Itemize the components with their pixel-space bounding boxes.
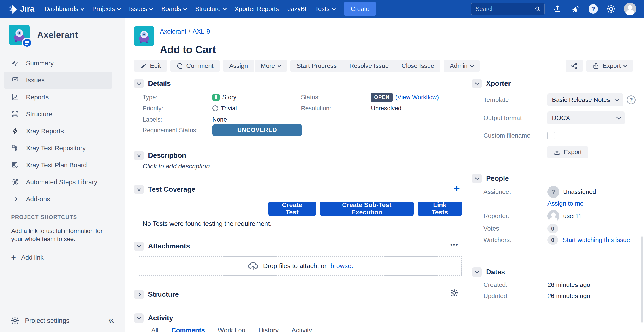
plus-icon: + — [11, 254, 16, 262]
collapse-section-icon[interactable] — [472, 268, 482, 277]
create-test-button[interactable]: Create Test — [268, 202, 316, 216]
template-select[interactable]: Basic Release Notes — [548, 93, 623, 106]
structure-section-header[interactable]: Structure — [134, 290, 179, 299]
nav-item-tests[interactable]: Tests — [311, 3, 340, 15]
type-field-label: Type: — [143, 92, 158, 103]
search-input[interactable] — [475, 5, 534, 13]
watchers-badge[interactable]: 0 — [548, 235, 558, 245]
custom-filename-checkbox[interactable] — [548, 132, 555, 139]
nav-item-projects[interactable]: Projects — [88, 3, 125, 15]
project-settings-link[interactable]: Project settings — [25, 317, 69, 325]
nav-item-label: Xporter Reports — [234, 5, 279, 12]
jira-logo[interactable]: Jira — [8, 4, 34, 14]
sidebar-item-summary[interactable]: Summary — [0, 55, 112, 72]
start-watching-link[interactable]: Start watching this issue — [562, 236, 630, 244]
structure-icon — [11, 110, 19, 118]
attachments-more-icon[interactable]: ••• — [450, 241, 458, 248]
nav-item-dashboards[interactable]: Dashboards — [40, 3, 88, 15]
xporter-export-row: Export — [548, 146, 588, 158]
tab-all[interactable]: All — [151, 327, 158, 332]
collapse-section-icon[interactable] — [134, 242, 144, 251]
page-scrollbar[interactable] — [641, 236, 643, 323]
view-workflow-link[interactable]: (View Workflow) — [395, 94, 439, 101]
download-icon — [554, 149, 560, 156]
description-placeholder[interactable]: Click to add description — [143, 163, 210, 170]
section-title: Structure — [148, 291, 179, 299]
collapse-sidebar-icon[interactable]: « — [108, 315, 114, 325]
sidebar-item-structure[interactable]: Structure — [0, 106, 112, 123]
create-sub-test-execution-button[interactable]: Create Sub-Test Execution — [320, 202, 414, 216]
link-tests-button[interactable]: Link Tests — [418, 202, 462, 216]
nav-item-issues[interactable]: Issues — [125, 3, 157, 15]
updated-row: Updated: 26 minutes ago — [484, 293, 636, 300]
nav-item-structure[interactable]: Structure — [191, 3, 230, 15]
template-help-icon[interactable]: ? — [627, 95, 636, 104]
cloud-upload-icon — [247, 260, 259, 272]
collapse-section-icon[interactable] — [134, 79, 144, 88]
tab-history[interactable]: History — [258, 327, 278, 332]
sidebar-item-xray-test-plan-board[interactable]: Xray Test Plan Board — [0, 157, 112, 174]
xporter-section-header[interactable]: Xporter — [472, 79, 511, 88]
collapse-section-icon[interactable] — [134, 314, 144, 323]
create-button[interactable]: Create — [344, 2, 376, 16]
top-nav: Jira Dashboards Projects Issues Boards S… — [0, 0, 644, 18]
nav-item-boards[interactable]: Boards — [157, 3, 191, 15]
sidebar-item-add-ons[interactable]: Add-ons — [0, 191, 112, 208]
watchers-row: Watchers: 0 Start watching this issue — [484, 235, 636, 245]
test-coverage-section-header[interactable]: Test Coverage — [134, 185, 195, 194]
dates-section-header[interactable]: Dates — [472, 267, 505, 277]
details-section-header[interactable]: Details — [134, 79, 171, 88]
user-avatar[interactable] — [624, 3, 636, 15]
sidebar-item-label: Xray Test Plan Board — [26, 162, 87, 169]
search-box[interactable] — [471, 3, 545, 15]
attachments-dropzone[interactable]: Drop files to attach, or browse. — [139, 256, 462, 276]
project-header[interactable]: Axelerant — [9, 24, 78, 45]
reporter-label: Reporter: — [484, 213, 548, 220]
nav-item-eazybi[interactable]: eazyBI — [283, 3, 311, 15]
created-value: 26 minutes ago — [548, 281, 590, 289]
tab-activity[interactable]: Activity — [292, 327, 312, 332]
help-icon[interactable]: ? — [588, 4, 598, 14]
xporter-export-button[interactable]: Export — [548, 146, 588, 158]
browse-link[interactable]: browse. — [330, 262, 353, 270]
structure-settings-gear-icon[interactable] — [450, 289, 458, 298]
section-title: Dates — [486, 268, 505, 276]
people-section-header[interactable]: People — [472, 174, 509, 183]
collapse-section-icon[interactable] — [134, 185, 144, 194]
section-title: Activity — [148, 314, 173, 322]
sidebar-item-xray-reports[interactable]: Xray Reports — [0, 123, 112, 140]
description-section-header[interactable]: Description — [134, 151, 186, 160]
nav-item-xporter-reports[interactable]: Xporter Reports — [230, 3, 283, 15]
project-avatar — [9, 24, 30, 45]
votes-badge[interactable]: 0 — [548, 224, 558, 233]
jira-issue-page: Jira Dashboards Projects Issues Boards S… — [0, 0, 644, 332]
add-test-coverage-icon[interactable]: + — [454, 183, 460, 194]
output-format-select[interactable]: DOCX — [548, 111, 624, 124]
activity-section-header[interactable]: Activity — [134, 313, 173, 323]
test-coverage-buttons: Create Test Create Sub-Test Execution Li… — [268, 202, 462, 216]
nav-item-label: Dashboards — [44, 5, 78, 12]
section-title: Description — [148, 151, 186, 160]
votes-row: Votes: 0 — [484, 224, 636, 233]
assign-to-me-link[interactable]: Assign to me — [548, 200, 584, 207]
attachments-section-header[interactable]: Attachments — [134, 241, 190, 251]
person-icon — [624, 3, 636, 15]
sidebar-item-automated-steps-library[interactable]: Automated Steps Library — [0, 174, 112, 191]
test-coverage-empty-message: No Tests were found testing the requirem… — [143, 220, 272, 227]
settings-gear-icon[interactable] — [606, 4, 616, 14]
sidebar-item-issues[interactable]: Issues — [4, 72, 112, 89]
tab-comments[interactable]: Comments — [171, 327, 205, 332]
tab-work-log[interactable]: Work Log — [218, 327, 246, 332]
reporter-value: user11 — [563, 213, 582, 220]
expand-section-icon[interactable] — [134, 290, 144, 299]
collapse-section-icon[interactable] — [472, 174, 482, 183]
sidebar-item-reports[interactable]: Reports — [0, 89, 112, 106]
sidebar-item-xray-test-repository[interactable]: Xray Test Repository — [0, 140, 112, 157]
add-link-button[interactable]: + Add link — [11, 254, 111, 262]
collapse-section-icon[interactable] — [134, 151, 144, 160]
project-type-badge — [22, 37, 32, 48]
xporter-upload-icon[interactable] — [552, 4, 562, 14]
feedback-megaphone-icon[interactable] — [570, 4, 580, 14]
collapse-section-icon[interactable] — [472, 79, 482, 88]
section-title: Xporter — [486, 79, 511, 88]
